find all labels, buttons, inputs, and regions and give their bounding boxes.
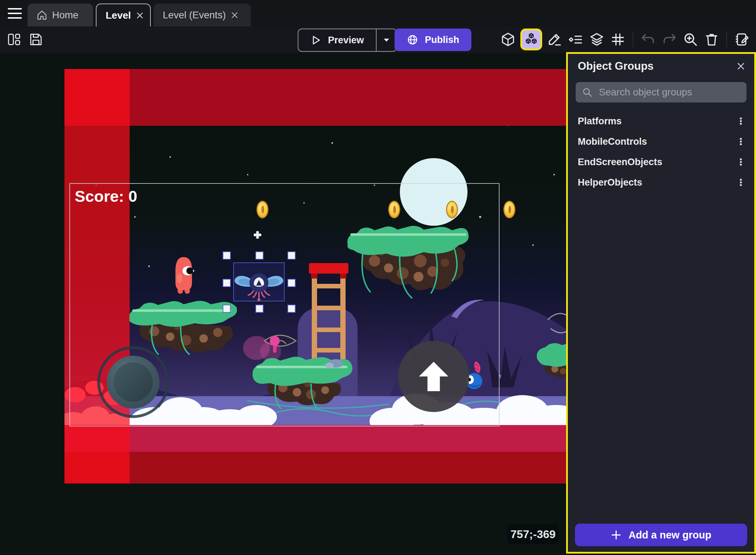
object-groups-icon[interactable] <box>522 30 540 49</box>
search-icon <box>582 87 593 98</box>
red-player-object[interactable] <box>173 256 194 295</box>
coin-object[interactable] <box>446 201 458 218</box>
object-groups-panel: Object Groups Platforms MobileControls E… <box>566 52 756 554</box>
home-icon <box>37 10 47 20</box>
tab-home[interactable]: Home <box>27 4 93 26</box>
kebab-menu-icon[interactable] <box>733 113 749 129</box>
jump-button-object[interactable] <box>398 341 469 412</box>
ground-strip <box>64 425 567 452</box>
red-zone-bottom[interactable] <box>64 452 567 484</box>
pencil-icon[interactable] <box>545 30 564 49</box>
tab-bar: Home Level Level (Events) <box>0 0 756 26</box>
selection-handle[interactable] <box>255 305 264 313</box>
kebab-menu-icon[interactable] <box>733 154 749 170</box>
selection-handle[interactable] <box>223 279 231 287</box>
kebab-menu-icon[interactable] <box>733 134 749 149</box>
edit-properties-icon[interactable] <box>733 30 751 49</box>
publish-label: Publish <box>425 35 459 45</box>
score-text[interactable]: Score: 0 <box>75 187 137 206</box>
instances-list-icon[interactable] <box>566 30 585 49</box>
zoom-in-icon[interactable] <box>681 30 700 49</box>
globe-icon <box>407 34 419 46</box>
preview-label: Preview <box>328 35 364 46</box>
objects-icon[interactable] <box>499 30 517 49</box>
panels-icon[interactable] <box>5 30 23 49</box>
tab-label: Home <box>52 10 79 21</box>
coin-object[interactable] <box>503 201 515 218</box>
redo-icon[interactable] <box>660 30 678 49</box>
search-input[interactable] <box>598 86 740 98</box>
hamburger-icon[interactable] <box>6 6 24 21</box>
tab-level-active[interactable]: Level <box>96 4 151 26</box>
selection-handle[interactable] <box>223 305 231 313</box>
group-row-platforms[interactable]: Platforms <box>568 111 754 131</box>
add-group-button[interactable]: Add a new group <box>575 524 747 546</box>
toolbar-separator <box>726 32 727 47</box>
close-icon[interactable] <box>136 12 144 19</box>
preview-dropdown-button[interactable] <box>376 29 396 51</box>
tab-level-events[interactable]: Level (Events) <box>154 4 251 26</box>
plus-icon <box>611 530 621 540</box>
toolbar: Preview Publish <box>0 26 756 53</box>
add-group-label: Add a new group <box>628 529 711 541</box>
layers-icon[interactable] <box>588 30 606 49</box>
close-icon[interactable] <box>231 11 238 19</box>
kebab-menu-icon[interactable] <box>733 175 749 190</box>
flying-enemy-selected[interactable] <box>233 262 285 301</box>
search-box <box>576 82 746 102</box>
panel-title: Object Groups <box>578 60 653 73</box>
selection-handle[interactable] <box>255 251 264 260</box>
toolbar-separator <box>633 32 633 47</box>
publish-button[interactable]: Publish <box>395 29 471 51</box>
up-arrow-icon <box>414 357 453 396</box>
selection-handle[interactable] <box>287 305 296 313</box>
panel-header: Object Groups <box>568 54 754 79</box>
flower-object[interactable] <box>253 231 262 239</box>
grid-icon[interactable] <box>609 30 627 49</box>
group-row-mobilecontrols[interactable]: MobileControls <box>568 131 754 152</box>
save-icon[interactable] <box>27 30 45 49</box>
preview-button-group: Preview <box>298 29 397 52</box>
coin-object[interactable] <box>388 201 400 218</box>
preview-button[interactable]: Preview <box>298 29 376 51</box>
play-icon <box>310 35 322 46</box>
selection-handle[interactable] <box>287 251 296 260</box>
group-list: Platforms MobileControls EndScreenObject… <box>568 111 754 193</box>
selection-handle[interactable] <box>223 251 231 260</box>
selection-handle[interactable] <box>287 279 296 287</box>
red-zone-top[interactable] <box>64 69 567 126</box>
tab-label: Level <box>106 10 131 21</box>
game-scene: Score: 0 <box>64 69 567 484</box>
coin-object[interactable] <box>256 201 268 218</box>
tab-label: Level (Events) <box>163 10 226 21</box>
trash-icon[interactable] <box>702 30 721 49</box>
undo-icon[interactable] <box>639 30 657 49</box>
close-icon[interactable] <box>736 61 746 71</box>
caret-down-icon <box>382 37 391 44</box>
joystick-knob-inner <box>113 362 153 402</box>
group-row-endscreenobjects[interactable]: EndScreenObjects <box>568 152 754 172</box>
group-row-helperobjects[interactable]: HelperObjects <box>568 172 754 193</box>
cursor-coordinates: 757;-369 <box>507 524 559 544</box>
